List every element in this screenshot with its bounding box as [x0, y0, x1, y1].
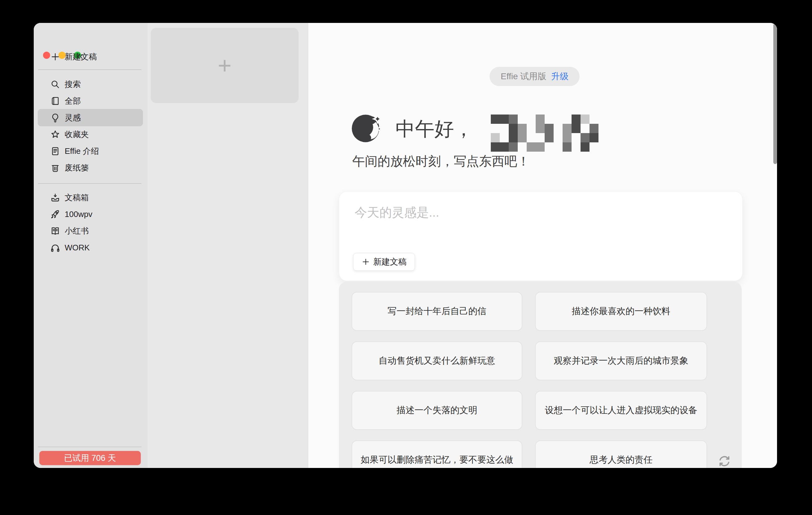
sidebar: « 新建文稿 搜索 全部 灵感 收藏夹 Effie 介绍 废纸篓	[34, 23, 148, 468]
app-window: « 新建文稿 搜索 全部 灵感 收藏夹 Effie 介绍 废纸篓	[34, 23, 777, 468]
book-icon	[50, 96, 60, 106]
sidebar-item-docbox[interactable]: 文稿箱	[38, 189, 143, 206]
rocket-icon	[50, 209, 60, 220]
mosaic-cell	[554, 133, 562, 142]
mosaic-cell	[527, 124, 536, 133]
composer-new-document-button[interactable]: 新建文稿	[353, 253, 415, 271]
prompt-card[interactable]: 描述你最喜欢的一种饮料	[535, 292, 707, 331]
mosaic-cell	[491, 142, 500, 152]
search-icon	[50, 79, 60, 89]
mosaic-cell	[491, 115, 500, 124]
refresh-prompts-button[interactable]	[717, 454, 731, 468]
mosaic-cell	[572, 142, 581, 152]
greeting-title: 中午好，	[396, 116, 473, 142]
prompt-card[interactable]: 自动售货机又卖什么新鲜玩意	[351, 341, 522, 380]
mosaic-cell	[518, 124, 527, 133]
mosaic-cell	[536, 142, 545, 152]
plus-icon: +	[218, 54, 231, 77]
plus-icon	[361, 258, 370, 266]
mosaic-cell	[581, 133, 589, 142]
mosaic-cell	[509, 124, 518, 133]
mosaic-cell	[518, 142, 527, 152]
star-icon	[50, 130, 60, 140]
mosaic-cell	[545, 133, 554, 142]
sidebar-item-100wpv[interactable]: 100wpv	[38, 205, 143, 223]
sidebar-item-label: 文稿箱	[65, 192, 89, 203]
mosaic-cell	[572, 133, 581, 142]
trial-days-badge[interactable]: 已试用 706 天	[39, 451, 141, 465]
sidebar-item-all[interactable]: 全部	[38, 92, 143, 110]
mosaic-cell	[554, 124, 562, 133]
mosaic-cell	[500, 142, 509, 152]
mosaic-cell	[562, 133, 572, 142]
mosaic-cell	[581, 124, 589, 133]
mosaic-cell	[572, 115, 581, 124]
mosaic-cell	[554, 115, 562, 124]
sidebar-divider	[38, 447, 141, 447]
inspiration-input-card[interactable]: 今天的灵感是... 新建文稿	[339, 191, 743, 281]
sidebar-divider	[38, 183, 141, 184]
sidebar-item-work[interactable]: WORK	[38, 239, 143, 256]
trial-version-label: Effie 试用版	[501, 70, 546, 82]
mosaic-cell	[509, 142, 518, 152]
prompt-card[interactable]: 观察并记录一次大雨后的城市景象	[535, 341, 707, 380]
sidebar-item-label: 小红书	[65, 226, 89, 236]
sidebar-item-trash[interactable]: 废纸篓	[38, 159, 143, 176]
refresh-icon	[717, 454, 731, 468]
mosaic-cell	[562, 124, 572, 133]
mosaic-cell	[572, 124, 581, 133]
prompt-card[interactable]: 写一封给十年后自己的信	[351, 292, 522, 331]
prompt-suggestions-panel: 写一封给十年后自己的信 描述你最喜欢的一种饮料 自动售货机又卖什么新鲜玩意 观察…	[339, 282, 742, 468]
prompt-card[interactable]: 设想一个可以让人进入虚拟现实的设备	[535, 391, 707, 430]
sidebar-item-effie-intro[interactable]: Effie 介绍	[38, 142, 143, 160]
sidebar-item-xiaohongshu[interactable]: 小红书	[38, 222, 143, 239]
mosaic-cell	[500, 124, 509, 133]
mosaic-cell	[536, 115, 545, 124]
sidebar-item-label: 100wpv	[65, 209, 92, 219]
sidebar-item-label: WORK	[65, 243, 90, 253]
headphones-icon	[50, 242, 60, 253]
mosaic-cell	[545, 124, 554, 133]
sidebar-item-search[interactable]: 搜索	[38, 76, 143, 93]
mosaic-cell	[518, 115, 527, 124]
sidebar-item-label: 搜索	[65, 79, 81, 90]
inspiration-input-placeholder: 今天的灵感是...	[355, 204, 439, 221]
prompt-card[interactable]: 如果可以删除痛苦记忆，要不要这么做	[351, 440, 522, 468]
lightbulb-icon	[50, 113, 60, 123]
effie-logo-icon	[351, 112, 383, 144]
mosaic-cell	[491, 133, 500, 142]
mosaic-cell	[554, 142, 562, 152]
mosaic-cell	[545, 142, 554, 152]
mosaic-cell	[581, 142, 589, 152]
mosaic-cell	[536, 133, 545, 142]
sidebar-item-favorites[interactable]: 收藏夹	[38, 126, 143, 143]
mosaic-cell	[536, 124, 545, 133]
mosaic-cell	[562, 115, 572, 124]
new-document-button[interactable]: 新建文稿	[38, 48, 143, 65]
prompt-card[interactable]: 思考人类的责任	[535, 440, 707, 468]
empty-document-placeholder-card[interactable]: +	[151, 28, 299, 103]
document-icon	[50, 146, 60, 156]
vertical-scrollbar-thumb[interactable]	[773, 24, 777, 164]
sidebar-item-inspiration[interactable]: 灵感	[38, 109, 143, 126]
main-content: Effie 试用版 升级 中午好， 午间的放松时刻，写点东西吧！ 今天的灵感是.…	[308, 23, 777, 468]
sidebar-item-label: 收藏夹	[65, 129, 89, 140]
mosaic-cell	[589, 115, 599, 124]
mosaic-cell	[589, 124, 599, 133]
upgrade-link[interactable]: 升级	[551, 70, 569, 82]
mosaic-cell	[491, 124, 500, 133]
redacted-username-mosaic	[491, 115, 599, 152]
prompt-card[interactable]: 描述一个失落的文明	[351, 391, 522, 430]
sidebar-divider	[38, 69, 141, 70]
trial-version-pill: Effie 试用版 升级	[490, 67, 580, 86]
mosaic-cell	[589, 142, 599, 152]
sidebar-item-label: 灵感	[65, 112, 81, 123]
greeting-subtitle: 午间的放松时刻，写点东西吧！	[352, 153, 530, 170]
open-book-icon	[50, 226, 60, 236]
new-document-label: 新建文稿	[65, 51, 97, 62]
inbox-icon	[50, 193, 60, 203]
mosaic-cell	[527, 142, 536, 152]
plus-icon	[50, 52, 60, 62]
mosaic-cell	[527, 115, 536, 124]
trash-icon	[50, 163, 60, 173]
